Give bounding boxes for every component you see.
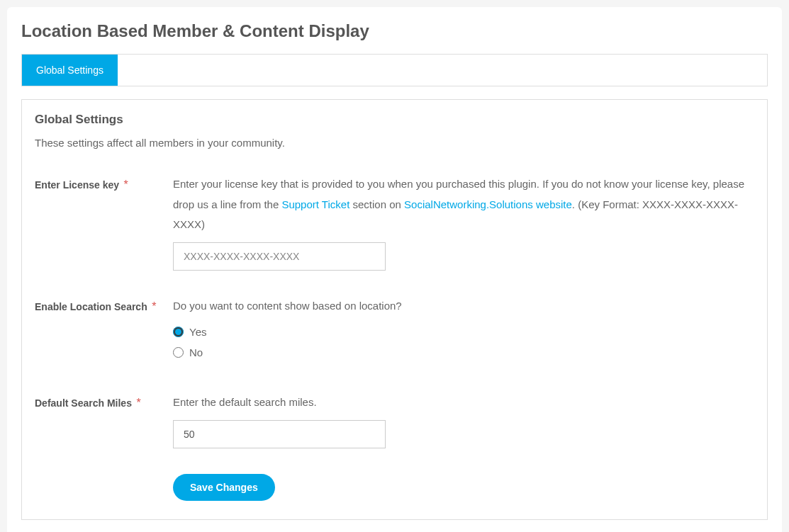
- panel-subtext: These settings affect all members in you…: [35, 137, 754, 149]
- default-miles-desc: Enter the default search miles.: [173, 392, 754, 413]
- settings-panel: Global Settings These settings affect al…: [21, 99, 768, 520]
- field-col: Do you want to content show based on loc…: [173, 296, 754, 368]
- tabs-bar: Global Settings: [21, 54, 768, 86]
- tab-global-settings[interactable]: Global Settings: [22, 55, 118, 86]
- radio-yes-input[interactable]: [173, 327, 184, 337]
- radio-no[interactable]: No: [173, 346, 754, 358]
- row-enable-location: Enable Location Search * Do you want to …: [35, 296, 754, 368]
- page-title: Location Based Member & Content Display: [21, 21, 768, 41]
- default-miles-input[interactable]: [173, 420, 386, 448]
- required-asterisk-icon: *: [136, 397, 140, 409]
- label-col: Default Search Miles *: [35, 392, 173, 409]
- save-button[interactable]: Save Changes: [173, 474, 275, 501]
- row-default-miles: Default Search Miles * Enter the default…: [35, 392, 754, 448]
- enable-location-radio-group: Yes No: [173, 326, 754, 358]
- default-miles-label: Default Search Miles: [35, 397, 132, 409]
- row-license-key: Enter License key * Enter your license k…: [35, 174, 754, 271]
- license-key-label: Enter License key: [35, 179, 119, 191]
- support-ticket-link[interactable]: Support Ticket: [281, 198, 349, 210]
- license-key-desc: Enter your license key that is provided …: [173, 174, 754, 235]
- radio-yes[interactable]: Yes: [173, 326, 754, 338]
- admin-settings-container: Location Based Member & Content Display …: [7, 7, 782, 532]
- license-key-input[interactable]: [173, 242, 386, 271]
- required-asterisk-icon: *: [124, 179, 128, 191]
- sns-website-link[interactable]: SocialNetworking.Solutions website: [404, 198, 572, 210]
- radio-yes-label: Yes: [189, 326, 206, 338]
- enable-location-label: Enable Location Search: [35, 301, 147, 312]
- label-col: Enter License key *: [35, 174, 173, 191]
- field-col: Enter your license key that is provided …: [173, 174, 754, 271]
- field-col: Enter the default search miles.: [173, 392, 754, 448]
- submit-row: Save Changes: [35, 474, 754, 501]
- label-col: Enable Location Search *: [35, 296, 173, 313]
- radio-no-label: No: [189, 346, 203, 358]
- desc-text: section on: [349, 198, 404, 210]
- required-asterisk-icon: *: [152, 300, 156, 312]
- panel-heading: Global Settings: [35, 113, 754, 127]
- enable-location-desc: Do you want to content show based on loc…: [173, 296, 754, 317]
- radio-no-input[interactable]: [173, 347, 184, 358]
